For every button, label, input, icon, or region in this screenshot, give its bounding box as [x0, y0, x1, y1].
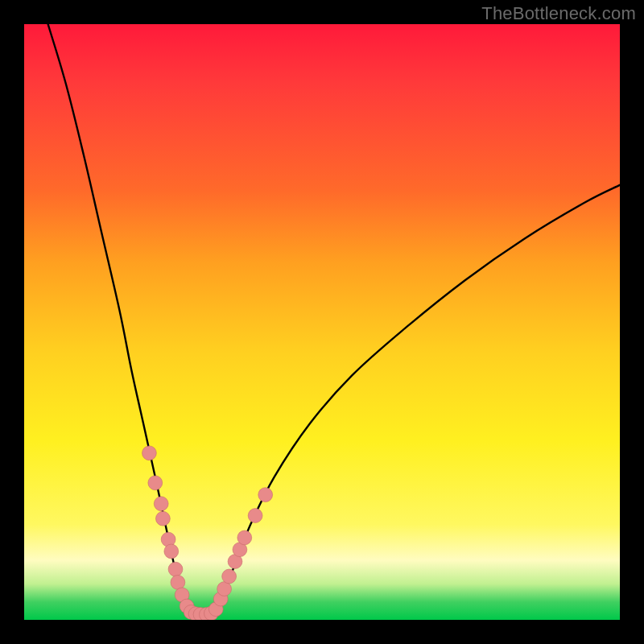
curve-markers: [142, 446, 273, 620]
watermark-text: TheBottleneck.com: [481, 3, 636, 24]
curve-marker: [148, 476, 163, 490]
curve-marker: [248, 509, 262, 523]
curve-marker: [142, 446, 157, 460]
plot-area: [24, 24, 620, 620]
chart-frame: TheBottleneck.com: [0, 0, 644, 644]
curve-marker: [237, 530, 252, 545]
curve-marker: [154, 497, 168, 511]
curve-marker: [156, 511, 171, 526]
curve-marker: [171, 576, 185, 590]
curve-right-branch: [208, 185, 620, 615]
curve-marker: [217, 582, 232, 597]
curve-left-branch: [48, 24, 197, 615]
chart-svg: [24, 24, 620, 620]
curve-marker: [222, 569, 237, 584]
curve-marker: [164, 544, 179, 559]
curve-marker: [258, 488, 273, 502]
curve-marker: [168, 562, 183, 576]
